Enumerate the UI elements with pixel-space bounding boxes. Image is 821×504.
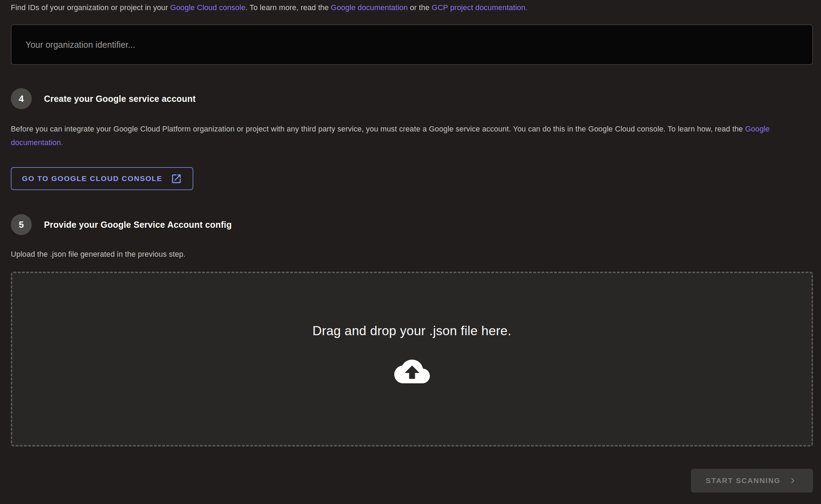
step-5-header: 5 Provide your Google Service Account co… bbox=[11, 214, 813, 235]
go-to-google-cloud-console-label: GO TO GOOGLE CLOUD CONSOLE bbox=[22, 174, 162, 183]
step-4-badge: 4 bbox=[11, 88, 32, 109]
dropzone-text: Drag and drop your .json file here. bbox=[313, 324, 512, 338]
start-scanning-label: START SCANNING bbox=[706, 476, 781, 485]
start-scanning-button[interactable]: START SCANNING bbox=[691, 469, 813, 492]
intro-text-segment: . To learn more, read the bbox=[245, 3, 331, 12]
upload-instruction: Upload the .json file generated in the p… bbox=[11, 249, 813, 259]
gcp-setup-panel: Find IDs of your organization or project… bbox=[0, 0, 821, 504]
cloud-upload-icon bbox=[394, 356, 430, 392]
step-4-title: Create your Google service account bbox=[44, 94, 196, 104]
step-5-badge: 5 bbox=[11, 214, 32, 235]
footer-actions: START SCANNING bbox=[11, 469, 813, 492]
external-link-icon bbox=[171, 173, 182, 185]
step-4-header: 4 Create your Google service account bbox=[11, 88, 813, 109]
json-file-dropzone[interactable]: Drag and drop your .json file here. bbox=[11, 272, 813, 446]
intro-text-segment: or the bbox=[408, 3, 432, 12]
organization-identifier-input[interactable] bbox=[11, 24, 813, 65]
step-5-title: Provide your Google Service Account conf… bbox=[44, 220, 232, 230]
chevron-right-icon bbox=[788, 475, 798, 486]
google-cloud-console-link[interactable]: Google Cloud console bbox=[170, 3, 246, 12]
gcp-project-documentation-link[interactable]: GCP project documentation. bbox=[432, 3, 528, 12]
step-4-description-segment: Before you can integrate your Google Clo… bbox=[11, 125, 745, 133]
step-4-description: Before you can integrate your Google Clo… bbox=[11, 122, 808, 150]
google-documentation-link[interactable]: Google documentation bbox=[331, 3, 408, 12]
intro-text-segment: Find IDs of your organization or project… bbox=[11, 3, 170, 12]
intro-text: Find IDs of your organization or project… bbox=[11, 3, 813, 13]
go-to-google-cloud-console-button[interactable]: GO TO GOOGLE CLOUD CONSOLE bbox=[11, 167, 193, 190]
